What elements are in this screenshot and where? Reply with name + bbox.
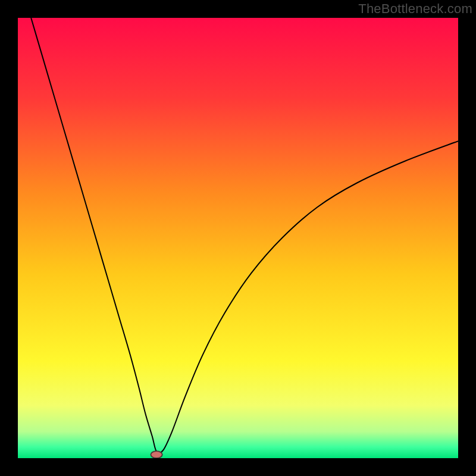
watermark-text: TheBottleneck.com: [358, 1, 472, 17]
chart-frame: TheBottleneck.com: [0, 0, 476, 476]
gradient-background: [18, 18, 458, 458]
optimum-marker: [151, 451, 162, 458]
plot-area: [18, 18, 458, 458]
chart-svg: [18, 18, 458, 458]
